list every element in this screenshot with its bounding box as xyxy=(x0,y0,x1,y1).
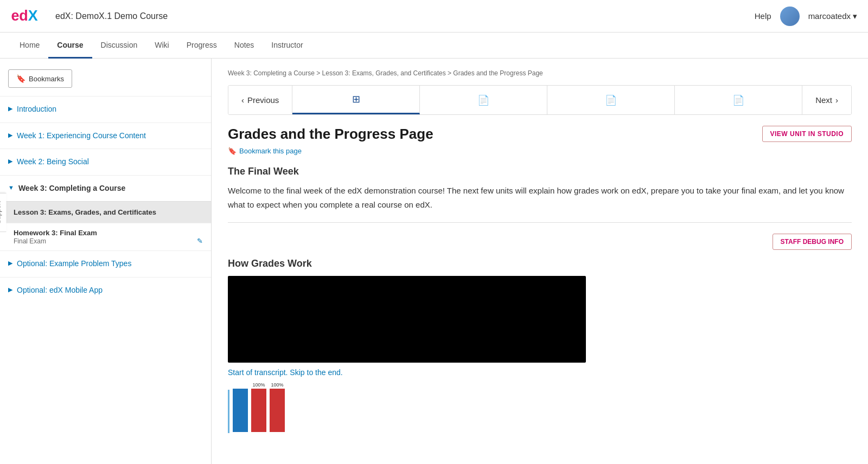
sidebar-section-week1: ▶ Week 1: Experiencing Course Content xyxy=(0,123,211,149)
document-icon-2: 📄 xyxy=(605,94,617,106)
svg-text:edX: edX xyxy=(11,8,37,24)
sidebar-opt2-title: Optional: edX Mobile App xyxy=(17,285,103,296)
course-title: edX: DemoX.1 Demo Course xyxy=(55,11,168,21)
unit-tab-3[interactable]: 📄 xyxy=(547,86,675,114)
section2-title: How Grades Work xyxy=(228,258,852,269)
homework-subtitle: Final Exam ✎ xyxy=(14,237,203,245)
lesson-title: Lesson 3: Exams, Grades, and Certificate… xyxy=(14,208,156,216)
transcript-area: Start of transcript. Skip to the end. xyxy=(228,368,852,377)
sidebar-week1-header[interactable]: ▶ Week 1: Experiencing Course Content xyxy=(0,123,211,149)
arrow-icon: ▶ xyxy=(8,132,12,139)
chart-wrapper: 100% 100% xyxy=(228,382,852,433)
next-label: Next xyxy=(815,95,832,105)
prev-label: Previous xyxy=(247,95,279,105)
bar-1 xyxy=(233,389,248,433)
page-title: Grades and the Progress Page xyxy=(228,126,433,143)
next-button[interactable]: Next › xyxy=(802,86,851,114)
staff-debug-button[interactable]: STAFF DEBUG INFO xyxy=(773,234,852,250)
sidebar-section-opt2: ▶ Optional: edX Mobile App xyxy=(0,277,211,304)
next-arrow-icon: › xyxy=(835,95,838,105)
sidebar-intro-header[interactable]: ▶ Introduction xyxy=(0,96,211,123)
arrow-icon: ▶ xyxy=(8,260,12,267)
bar-fill-3 xyxy=(270,389,285,432)
edit-icon[interactable]: ✎ xyxy=(197,237,203,245)
bookmarks-button[interactable]: 🔖 Bookmarks xyxy=(8,69,72,88)
unit-navigation: ‹ Previous ⊞ 📄 📄 📄 Next › xyxy=(228,85,852,115)
document-icon-3: 📄 xyxy=(732,94,744,106)
sidebar-week1-title: Week 1: Experiencing Course Content xyxy=(17,131,146,141)
bar-fill-1 xyxy=(233,389,248,432)
sidebar-intro-title: Introduction xyxy=(17,104,56,115)
nav-home[interactable]: Home xyxy=(11,33,48,59)
nav-instructor[interactable]: Instructor xyxy=(263,33,311,59)
nav-wiki[interactable]: Wiki xyxy=(146,33,177,59)
avatar-image xyxy=(780,7,800,26)
sidebar-week3-header[interactable]: ▼ Week 3: Completing a Course xyxy=(0,176,211,202)
arrow-icon: ▶ xyxy=(8,286,12,293)
transcript-link[interactable]: Start of transcript. Skip to the end. xyxy=(228,368,343,377)
sidebar-opt1-header[interactable]: ▶ Optional: Example Problem Types xyxy=(0,251,211,277)
arrow-down-icon: ▼ xyxy=(8,184,14,191)
bar-3: 100% xyxy=(270,382,285,433)
video-player[interactable] xyxy=(228,276,586,363)
staff-debug-area: STAFF DEBUG INFO xyxy=(228,234,852,250)
bookmark-link-label: Bookmark this page xyxy=(239,147,302,155)
sidebar-section-week3: ▼ Week 3: Completing a Course Lesson 3: … xyxy=(0,175,211,251)
avatar xyxy=(780,7,800,26)
dropdown-arrow: ▾ xyxy=(853,11,857,21)
top-bar-right: Help marcoatedx ▾ xyxy=(755,7,857,26)
bar-2: 100% xyxy=(251,382,266,433)
help-link[interactable]: Help xyxy=(755,11,771,21)
breadcrumb: Week 3: Completing a Course > Lesson 3: … xyxy=(228,69,852,77)
previous-button[interactable]: ‹ Previous xyxy=(228,86,292,114)
lesson-item[interactable]: Lesson 3: Exams, Grades, and Certificate… xyxy=(0,201,211,223)
sidebar-opt1-title: Optional: Example Problem Types xyxy=(17,259,131,269)
bookmark-link-icon: 🔖 xyxy=(228,147,237,155)
bookmark-link[interactable]: 🔖 Bookmark this page xyxy=(228,147,852,155)
bar-top-label-2: 100% xyxy=(252,382,265,388)
bookmark-icon: 🔖 xyxy=(16,74,25,83)
bookmarks-label: Bookmarks xyxy=(29,75,64,83)
homework-item: Homework 3: Final Exam Final Exam ✎ xyxy=(0,223,211,250)
view-studio-button[interactable]: VIEW UNIT IN STUDIO xyxy=(762,126,852,142)
homework-subtitle-text: Final Exam xyxy=(14,237,46,245)
nav-course[interactable]: Course xyxy=(48,33,92,59)
unit-tab-4[interactable]: 📄 xyxy=(675,86,802,114)
unit-tab-2[interactable]: 📄 xyxy=(420,86,547,114)
sidebar-opt2-header[interactable]: ▶ Optional: edX Mobile App xyxy=(0,278,211,304)
sidebar-week2-header[interactable]: ▶ Week 2: Being Social xyxy=(0,149,211,175)
bar-chart: 100% 100% xyxy=(233,382,285,433)
secondary-nav: Home Course Discussion Wiki Progress Not… xyxy=(0,33,868,59)
homework-title: Homework 3: Final Exam xyxy=(14,229,203,237)
sidebar-section-week2: ▶ Week 2: Being Social xyxy=(0,149,211,175)
nav-discussion[interactable]: Discussion xyxy=(92,33,146,59)
bar-top-label-3: 100% xyxy=(271,382,283,388)
edx-logo: edX xyxy=(11,8,39,25)
sidebar-section-intro: ▶ Introduction xyxy=(0,96,211,123)
page-heading: Grades and the Progress Page VIEW UNIT I… xyxy=(228,126,852,143)
nav-progress[interactable]: Progress xyxy=(178,33,226,59)
chart-line xyxy=(228,390,229,433)
sidebar-section-opt1: ▶ Optional: Example Problem Types xyxy=(0,250,211,277)
arrow-icon: ▶ xyxy=(8,105,12,112)
unit-tab-1[interactable]: ⊞ xyxy=(292,86,420,114)
sidebar: 🔖 Bookmarks ▶ Introduction ▶ Week 1: Exp… xyxy=(0,59,212,464)
sidebar-week2-title: Week 2: Being Social xyxy=(17,157,89,167)
arrow-icon: ▶ xyxy=(8,158,12,165)
divider xyxy=(228,222,852,223)
section1-title: The Final Week xyxy=(228,166,852,177)
username-dropdown[interactable]: marcoatedx ▾ xyxy=(808,11,857,21)
bar-fill-2 xyxy=(251,389,266,432)
logo: edX xyxy=(11,8,44,25)
document-icon: 📄 xyxy=(477,94,489,106)
top-bar: edX edX: DemoX.1 Demo Course Help marcoa… xyxy=(0,0,868,33)
nav-notes[interactable]: Notes xyxy=(226,33,263,59)
film-icon: ⊞ xyxy=(352,93,360,105)
section1-text: Welcome to the final week of the edX dem… xyxy=(228,184,852,211)
support-tab[interactable]: Support xyxy=(0,193,7,232)
main-layout: 🔖 Bookmarks ▶ Introduction ▶ Week 1: Exp… xyxy=(0,59,868,464)
content-area: Week 3: Completing a Course > Lesson 3: … xyxy=(212,59,868,464)
sidebar-week3-title: Week 3: Completing a Course xyxy=(18,183,125,194)
prev-arrow-icon: ‹ xyxy=(241,95,244,105)
username: marcoatedx xyxy=(808,11,851,21)
